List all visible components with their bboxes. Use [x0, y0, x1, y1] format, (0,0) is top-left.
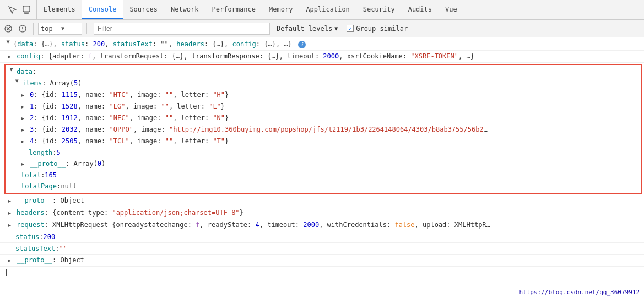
request-line[interactable]: ▶ request: XMLHttpRequest {onreadystatec… — [0, 219, 644, 231]
cursor-line: | — [0, 267, 644, 278]
pause-on-exception-icon[interactable] — [17, 23, 29, 35]
config-line[interactable]: ▶ config: {adapter: f, transformRequest:… — [0, 51, 644, 63]
item-2-line[interactable]: ▶ 2: {id: 1912, name: "NEC", image: "", … — [6, 112, 641, 124]
item0-text: 0: {id: 1115, name: "HTC", image: "", le… — [30, 90, 229, 100]
item1-expand-arrow[interactable]: ▶ — [21, 101, 29, 112]
tab-performance[interactable]: Performance — [205, 0, 262, 19]
status-url: https://blog.csdn.net/qq_36079912 — [519, 289, 640, 296]
tab-memory[interactable]: Memory — [262, 0, 299, 19]
tab-bar: Elements Console Sources Network Perform… — [0, 0, 644, 20]
headers-text: headers: {content-type: "application/jso… — [17, 208, 243, 218]
tab-elements[interactable]: Elements — [37, 0, 82, 19]
config-expand-arrow[interactable]: ▶ — [8, 51, 15, 62]
tab-console[interactable]: Console — [82, 0, 123, 19]
devtools-icons — [2, 0, 37, 19]
data-label-line[interactable]: ▶ data: — [6, 66, 641, 78]
console-toolbar: top ▼ Default levels ▼ ✓ Group similar — [0, 20, 644, 37]
tab-vue[interactable]: Vue — [439, 0, 464, 19]
proto-object-2-line[interactable]: ▶ __proto__: Object — [0, 255, 644, 267]
request-text: request: XMLHttpRequest {onreadystatecha… — [17, 220, 490, 230]
item2-expand-arrow[interactable]: ▶ — [21, 113, 29, 123]
context-selector[interactable]: top ▼ — [38, 23, 82, 35]
log-level-arrow: ▼ — [334, 25, 338, 31]
clear-console-icon[interactable] — [2, 23, 14, 35]
item-4-line[interactable]: ▶ 4: {id: 2505, name: "TCL", image: "", … — [6, 136, 641, 147]
root-expand-arrow[interactable]: ▶ — [3, 41, 14, 48]
proto-obj1-expand-arrow[interactable]: ▶ — [8, 196, 15, 206]
item-0-line[interactable]: ▶ 0: {id: 1115, name: "HTC", image: "", … — [6, 89, 641, 101]
headers-expand-arrow[interactable]: ▶ — [8, 208, 15, 218]
data-expand-arrow[interactable]: ▶ — [7, 68, 17, 76]
items-key: items — [22, 78, 42, 88]
context-select-arrow: ▼ — [61, 25, 79, 31]
tab-network[interactable]: Network — [164, 0, 205, 19]
log-level-selector[interactable]: Default levels ▼ — [277, 25, 338, 33]
highlight-box: ▶ data: ▶ items: Array(5) ▶ 0: {id: 1115… — [4, 64, 642, 194]
filter-input[interactable] — [94, 23, 270, 35]
item-3-line[interactable]: ▶ 3: {id: 2032, name: "OPPO", image: "ht… — [6, 124, 641, 136]
item2-text: 2: {id: 1912, name: "NEC", image: "", le… — [30, 113, 229, 123]
request-expand-arrow[interactable]: ▶ — [8, 220, 15, 230]
item3-text: 3: {id: 2032, name: "OPPO", image: "http… — [30, 125, 488, 134]
group-similar-wrap: ✓ Group similar — [347, 25, 408, 33]
statustext-line: statusText: "" — [0, 243, 644, 255]
item4-text: 4: {id: 2505, name: "TCL", image: "", le… — [30, 136, 229, 146]
total-line: total: 165 — [6, 170, 641, 181]
console-output: ▶ {data: {…}, status: 200, statusText: "… — [0, 37, 644, 297]
item-1-line[interactable]: ▶ 1: {id: 1528, name: "LG", image: "", l… — [6, 101, 641, 112]
items-expand-arrow[interactable]: ▶ — [12, 80, 23, 88]
svg-rect-0 — [23, 6, 30, 12]
status-bar: https://blog.csdn.net/qq_36079912 — [515, 288, 644, 297]
tab-sources[interactable]: Sources — [123, 0, 164, 19]
console-root-line[interactable]: ▶ {data: {…}, status: 200, statusText: "… — [0, 39, 644, 51]
items-label-line[interactable]: ▶ items: Array(5) — [6, 78, 641, 89]
tab-security[interactable]: Security — [356, 0, 402, 19]
config-line-text: config: {adapter: f, transformRequest: {… — [17, 51, 474, 61]
item4-expand-arrow[interactable]: ▶ — [21, 136, 29, 147]
group-similar-checkbox[interactable]: ✓ — [347, 25, 354, 32]
tab-application[interactable]: Application — [299, 0, 356, 19]
totalpage-line: totalPage: null — [6, 181, 641, 192]
status-200-line: status: 200 — [0, 231, 644, 243]
item0-expand-arrow[interactable]: ▶ — [21, 90, 29, 100]
main-tabs: Elements Console Sources Network Perform… — [37, 0, 464, 19]
toolbar-separator-1 — [86, 23, 87, 34]
device-icon[interactable] — [21, 4, 32, 15]
console-toolbar-icons — [2, 23, 34, 35]
info-icon: i — [298, 41, 306, 48]
data-key: data — [17, 67, 33, 77]
svg-point-8 — [22, 29, 23, 30]
item1-text: 1: {id: 1528, name: "LG", image: "", let… — [30, 101, 225, 111]
inspect-icon[interactable] — [7, 4, 18, 15]
proto-array-expand-arrow[interactable]: ▶ — [21, 159, 29, 169]
proto-array-line[interactable]: ▶ __proto__: Array(0) — [6, 158, 641, 170]
proto-obj2-expand-arrow[interactable]: ▶ — [8, 255, 15, 266]
proto-object-1-line[interactable]: ▶ __proto__: Object — [0, 195, 644, 207]
root-line-text: {data: {…}, status: 200, statusText: "",… — [13, 39, 306, 49]
group-similar-label: Group similar — [356, 25, 408, 33]
length-line: length: 5 — [6, 147, 641, 158]
tab-audits[interactable]: Audits — [402, 0, 439, 19]
headers-line[interactable]: ▶ headers: {content-type: "application/j… — [0, 207, 644, 219]
item3-expand-arrow[interactable]: ▶ — [21, 125, 29, 135]
